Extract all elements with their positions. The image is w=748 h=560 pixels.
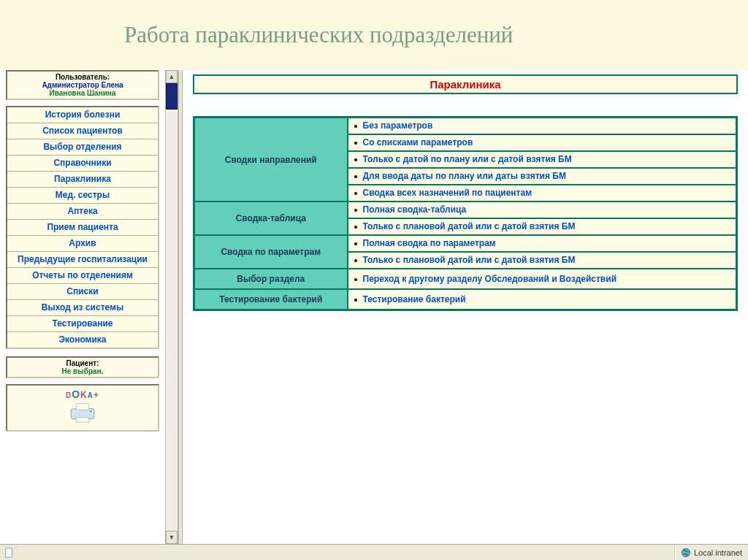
- logo-letter-o: O: [72, 388, 80, 400]
- printer-icon[interactable]: [67, 402, 98, 423]
- svg-point-3: [90, 410, 92, 413]
- menu-item-ekonomika[interactable]: Экономика: [7, 332, 158, 348]
- sidebar-menu: История болезни Список пациентов Выбор о…: [6, 106, 159, 349]
- link-testirovanie-bakteriy[interactable]: Тестирование бактерий: [348, 292, 736, 307]
- svg-rect-1: [76, 404, 89, 410]
- logo-letter-k: K: [80, 390, 88, 400]
- logo-plus: +: [94, 390, 99, 400]
- menu-item-istoriya-bolezni[interactable]: История болезни: [7, 107, 158, 123]
- app-body: Пользователь: Администратор Елена Иванов…: [0, 70, 748, 544]
- content-banner: Параклиника: [193, 74, 738, 94]
- menu-item-otchety-po-otdeleniyam[interactable]: Отчеты по отделениям: [7, 268, 158, 284]
- svg-point-5: [682, 548, 690, 556]
- section-head-svodka-tablitsa: Сводка-таблица: [194, 202, 348, 235]
- main-content: Параклиника Сводки направлений Без парам…: [183, 70, 748, 544]
- menu-item-spiski[interactable]: Списки: [7, 284, 158, 300]
- user-label: Пользователь:: [9, 73, 156, 81]
- logo-letter-a: A: [88, 391, 94, 399]
- scroll-up-button[interactable]: ▲: [166, 70, 178, 83]
- link-svodka-vsekh-naznacheniy[interactable]: Сводка всех назначений по пациентам: [348, 185, 736, 201]
- scroll-down-button[interactable]: ▼: [166, 531, 178, 544]
- menu-item-testirovanie[interactable]: Тестирование: [7, 316, 158, 332]
- link-tolko-s-planovoy-datoy-1[interactable]: Только с плановой датой или с датой взят…: [348, 219, 736, 234]
- link-tolko-s-planovoy-datoy-2[interactable]: Только с плановой датой или с датой взят…: [348, 253, 736, 268]
- link-polnaya-svodka-po-parametram[interactable]: Полная сводка по параметрам: [348, 236, 736, 253]
- menu-item-spravochniki[interactable]: Справочники: [7, 156, 158, 172]
- left-column: Пользователь: Администратор Елена Иванов…: [0, 70, 178, 544]
- link-bez-parametrov[interactable]: Без параметров: [348, 118, 736, 135]
- logo-panel: DOKA+: [6, 384, 159, 431]
- section-head-vybor-razdela: Выбор раздела: [194, 269, 348, 289]
- menu-item-vybor-otdeleniya[interactable]: Выбор отделения: [7, 139, 158, 156]
- user-line1: Администратор Елена: [9, 81, 156, 89]
- menu-item-arkhiv[interactable]: Архив: [7, 236, 158, 252]
- sections-table: Сводки направлений Без параметров Со спи…: [193, 116, 738, 311]
- patient-value: Не выбран.: [9, 367, 156, 375]
- menu-item-apteka[interactable]: Аптека: [7, 204, 158, 220]
- link-perekhod-k-drugomu-razdelu[interactable]: Переход к другому разделу Обследований и…: [348, 272, 736, 287]
- patient-panel: Пациент: Не выбран.: [6, 356, 159, 378]
- slide-title: Работа параклинических подразделений: [0, 0, 748, 70]
- scroll-track[interactable]: [166, 83, 178, 531]
- link-dlya-vvoda-daty-po-planu[interactable]: Для ввода даты по плану или даты взятия …: [348, 169, 736, 185]
- link-tolko-s-datoy-po-planu[interactable]: Только с датой по плану или с датой взят…: [348, 152, 736, 169]
- globe-icon: [681, 548, 691, 558]
- link-polnaya-svodka-tablitsa[interactable]: Полная сводка-таблица: [348, 202, 736, 219]
- user-panel: Пользователь: Администратор Елена Иванов…: [6, 70, 159, 100]
- section-head-svodki-napravleniy: Сводки направлений: [194, 118, 348, 202]
- menu-item-priem-patsienta[interactable]: Прием пациента: [7, 220, 158, 236]
- svg-rect-4: [6, 548, 12, 556]
- status-bar: Local intranet: [0, 544, 748, 560]
- link-so-spiskami-parametrov[interactable]: Со списками параметров: [348, 135, 736, 152]
- scroll-thumb[interactable]: [166, 83, 178, 110]
- patient-label: Пациент:: [9, 359, 156, 367]
- logo-letter-d: D: [66, 391, 72, 399]
- svg-rect-2: [76, 418, 89, 422]
- logo-text: DOKA+: [9, 388, 156, 400]
- user-line2: Ивановна Шанина: [9, 89, 156, 97]
- menu-item-vykhod-iz-sistemy[interactable]: Выход из системы: [7, 300, 158, 316]
- menu-item-predydushchie-gospitalizatsii[interactable]: Предыдущие госпитализации: [7, 252, 158, 268]
- page-icon: [4, 548, 15, 558]
- zone-text: Local intranet: [694, 548, 742, 557]
- menu-item-paraklinika[interactable]: Параклиника: [7, 172, 158, 188]
- left-scrollbar[interactable]: ▲ ▼: [165, 70, 178, 544]
- menu-item-med-sestry[interactable]: Мед. сестры: [7, 188, 158, 204]
- section-head-svodka-po-parametram: Сводка по параметрам: [194, 235, 348, 269]
- menu-item-spisok-patsientov[interactable]: Список пациентов: [7, 123, 158, 139]
- security-zone: Local intranet: [678, 548, 748, 558]
- section-head-testirovanie-bakteriy: Тестирование бактерий: [194, 289, 348, 310]
